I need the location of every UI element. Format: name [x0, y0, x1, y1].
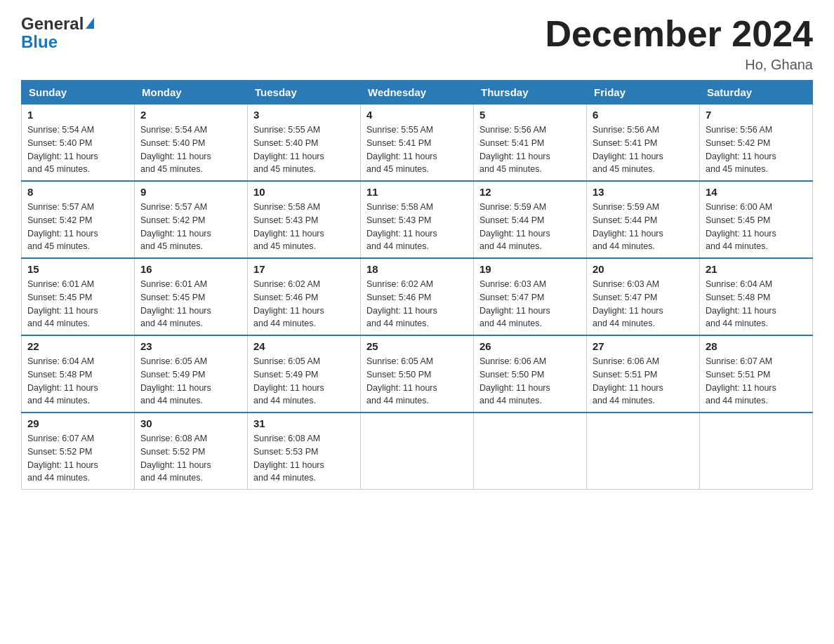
calendar-day-cell: 3 Sunrise: 5:55 AM Sunset: 5:40 PM Dayli… — [248, 105, 361, 182]
logo-triangle-icon — [86, 18, 94, 29]
calendar-day-cell: 28 Sunrise: 6:07 AM Sunset: 5:51 PM Dayl… — [700, 335, 813, 412]
col-sunday: Sunday — [22, 81, 135, 105]
calendar-day-cell: 12 Sunrise: 5:59 AM Sunset: 5:44 PM Dayl… — [474, 181, 587, 258]
day-info: Sunrise: 5:59 AM Sunset: 5:44 PM Dayligh… — [593, 201, 694, 253]
calendar-day-cell: 18 Sunrise: 6:02 AM Sunset: 5:46 PM Dayl… — [361, 258, 474, 335]
page-header: General Blue December 2024 Ho, Ghana — [21, 14, 813, 73]
day-info: Sunrise: 5:57 AM Sunset: 5:42 PM Dayligh… — [140, 201, 241, 253]
day-info: Sunrise: 6:05 AM Sunset: 5:50 PM Dayligh… — [366, 355, 468, 408]
day-info: Sunrise: 6:05 AM Sunset: 5:49 PM Dayligh… — [253, 355, 355, 408]
logo: General Blue — [21, 14, 94, 52]
day-number: 21 — [706, 263, 807, 275]
day-info: Sunrise: 5:54 AM Sunset: 5:40 PM Dayligh… — [27, 123, 128, 176]
calendar-day-cell: 10 Sunrise: 5:58 AM Sunset: 5:43 PM Dayl… — [248, 181, 361, 258]
col-monday: Monday — [135, 81, 248, 105]
col-friday: Friday — [587, 81, 700, 105]
title-area: December 2024 Ho, Ghana — [545, 14, 813, 73]
day-number: 9 — [140, 186, 241, 198]
day-info: Sunrise: 6:00 AM Sunset: 5:45 PM Dayligh… — [706, 201, 807, 253]
day-info: Sunrise: 6:03 AM Sunset: 5:47 PM Dayligh… — [479, 278, 581, 330]
day-number: 31 — [253, 417, 355, 429]
day-number: 5 — [479, 109, 581, 121]
day-number: 3 — [253, 109, 355, 121]
day-info: Sunrise: 5:55 AM Sunset: 5:41 PM Dayligh… — [366, 123, 468, 176]
calendar-day-cell: 8 Sunrise: 5:57 AM Sunset: 5:42 PM Dayli… — [22, 181, 135, 258]
calendar-day-cell: 9 Sunrise: 5:57 AM Sunset: 5:42 PM Dayli… — [135, 181, 248, 258]
day-number: 28 — [706, 340, 807, 352]
col-thursday: Thursday — [474, 81, 587, 105]
day-info: Sunrise: 6:08 AM Sunset: 5:52 PM Dayligh… — [140, 432, 241, 485]
day-number: 24 — [253, 340, 355, 352]
calendar-day-cell — [587, 412, 700, 490]
day-info: Sunrise: 6:01 AM Sunset: 5:45 PM Dayligh… — [140, 278, 241, 330]
day-number: 20 — [593, 263, 694, 275]
day-number: 2 — [140, 109, 241, 121]
calendar-day-cell: 2 Sunrise: 5:54 AM Sunset: 5:40 PM Dayli… — [135, 105, 248, 182]
calendar-day-cell: 23 Sunrise: 6:05 AM Sunset: 5:49 PM Dayl… — [135, 335, 248, 412]
month-year-title: December 2024 — [545, 14, 813, 54]
day-number: 27 — [593, 340, 694, 352]
day-number: 11 — [366, 186, 468, 198]
col-saturday: Saturday — [700, 81, 813, 105]
calendar-week-row: 22 Sunrise: 6:04 AM Sunset: 5:48 PM Dayl… — [22, 335, 813, 412]
calendar-day-cell: 30 Sunrise: 6:08 AM Sunset: 5:52 PM Dayl… — [135, 412, 248, 490]
calendar-week-row: 8 Sunrise: 5:57 AM Sunset: 5:42 PM Dayli… — [22, 181, 813, 258]
day-number: 14 — [706, 186, 807, 198]
calendar-day-cell: 25 Sunrise: 6:05 AM Sunset: 5:50 PM Dayl… — [361, 335, 474, 412]
calendar-day-cell: 29 Sunrise: 6:07 AM Sunset: 5:52 PM Dayl… — [22, 412, 135, 490]
calendar-day-cell: 7 Sunrise: 5:56 AM Sunset: 5:42 PM Dayli… — [700, 105, 813, 182]
calendar-day-cell — [700, 412, 813, 490]
calendar-week-row: 1 Sunrise: 5:54 AM Sunset: 5:40 PM Dayli… — [22, 105, 813, 182]
calendar-day-cell: 27 Sunrise: 6:06 AM Sunset: 5:51 PM Dayl… — [587, 335, 700, 412]
day-number: 7 — [706, 109, 807, 121]
day-info: Sunrise: 5:56 AM Sunset: 5:42 PM Dayligh… — [706, 123, 807, 176]
calendar-day-cell: 4 Sunrise: 5:55 AM Sunset: 5:41 PM Dayli… — [361, 105, 474, 182]
day-info: Sunrise: 6:01 AM Sunset: 5:45 PM Dayligh… — [27, 278, 128, 330]
calendar-day-cell: 26 Sunrise: 6:06 AM Sunset: 5:50 PM Dayl… — [474, 335, 587, 412]
calendar-day-cell: 15 Sunrise: 6:01 AM Sunset: 5:45 PM Dayl… — [22, 258, 135, 335]
day-info: Sunrise: 5:55 AM Sunset: 5:40 PM Dayligh… — [253, 123, 355, 176]
day-number: 6 — [593, 109, 694, 121]
day-number: 25 — [366, 340, 468, 352]
day-info: Sunrise: 5:54 AM Sunset: 5:40 PM Dayligh… — [140, 123, 241, 176]
calendar-day-cell: 11 Sunrise: 5:58 AM Sunset: 5:43 PM Dayl… — [361, 181, 474, 258]
day-info: Sunrise: 5:57 AM Sunset: 5:42 PM Dayligh… — [27, 201, 128, 253]
day-number: 12 — [479, 186, 581, 198]
calendar-day-cell: 17 Sunrise: 6:02 AM Sunset: 5:46 PM Dayl… — [248, 258, 361, 335]
calendar-day-cell: 13 Sunrise: 5:59 AM Sunset: 5:44 PM Dayl… — [587, 181, 700, 258]
logo-general-text: General — [21, 14, 84, 34]
location-label: Ho, Ghana — [545, 57, 813, 73]
calendar-day-cell: 5 Sunrise: 5:56 AM Sunset: 5:41 PM Dayli… — [474, 105, 587, 182]
day-number: 10 — [253, 186, 355, 198]
day-number: 26 — [479, 340, 581, 352]
day-number: 22 — [27, 340, 128, 352]
day-number: 30 — [140, 417, 241, 429]
logo-blue-text: Blue — [21, 32, 58, 52]
day-info: Sunrise: 6:02 AM Sunset: 5:46 PM Dayligh… — [366, 278, 468, 330]
calendar-day-cell: 31 Sunrise: 6:08 AM Sunset: 5:53 PM Dayl… — [248, 412, 361, 490]
day-info: Sunrise: 6:04 AM Sunset: 5:48 PM Dayligh… — [706, 278, 807, 330]
day-info: Sunrise: 6:04 AM Sunset: 5:48 PM Dayligh… — [27, 355, 128, 408]
day-number: 18 — [366, 263, 468, 275]
calendar-table: Sunday Monday Tuesday Wednesday Thursday… — [21, 80, 813, 490]
day-number: 19 — [479, 263, 581, 275]
calendar-day-cell: 1 Sunrise: 5:54 AM Sunset: 5:40 PM Dayli… — [22, 105, 135, 182]
day-info: Sunrise: 6:07 AM Sunset: 5:52 PM Dayligh… — [27, 432, 128, 485]
calendar-day-cell: 21 Sunrise: 6:04 AM Sunset: 5:48 PM Dayl… — [700, 258, 813, 335]
calendar-day-cell: 6 Sunrise: 5:56 AM Sunset: 5:41 PM Dayli… — [587, 105, 700, 182]
calendar-day-cell: 14 Sunrise: 6:00 AM Sunset: 5:45 PM Dayl… — [700, 181, 813, 258]
calendar-day-cell: 24 Sunrise: 6:05 AM Sunset: 5:49 PM Dayl… — [248, 335, 361, 412]
day-info: Sunrise: 5:58 AM Sunset: 5:43 PM Dayligh… — [366, 201, 468, 253]
col-wednesday: Wednesday — [361, 81, 474, 105]
calendar-day-cell: 19 Sunrise: 6:03 AM Sunset: 5:47 PM Dayl… — [474, 258, 587, 335]
calendar-week-row: 15 Sunrise: 6:01 AM Sunset: 5:45 PM Dayl… — [22, 258, 813, 335]
day-info: Sunrise: 5:58 AM Sunset: 5:43 PM Dayligh… — [253, 201, 355, 253]
calendar-day-cell — [474, 412, 587, 490]
day-info: Sunrise: 5:56 AM Sunset: 5:41 PM Dayligh… — [479, 123, 581, 176]
day-number: 1 — [27, 109, 128, 121]
day-number: 8 — [27, 186, 128, 198]
day-info: Sunrise: 6:08 AM Sunset: 5:53 PM Dayligh… — [253, 432, 355, 485]
day-number: 29 — [27, 417, 128, 429]
day-info: Sunrise: 6:02 AM Sunset: 5:46 PM Dayligh… — [253, 278, 355, 330]
calendar-header-row: Sunday Monday Tuesday Wednesday Thursday… — [22, 81, 813, 105]
